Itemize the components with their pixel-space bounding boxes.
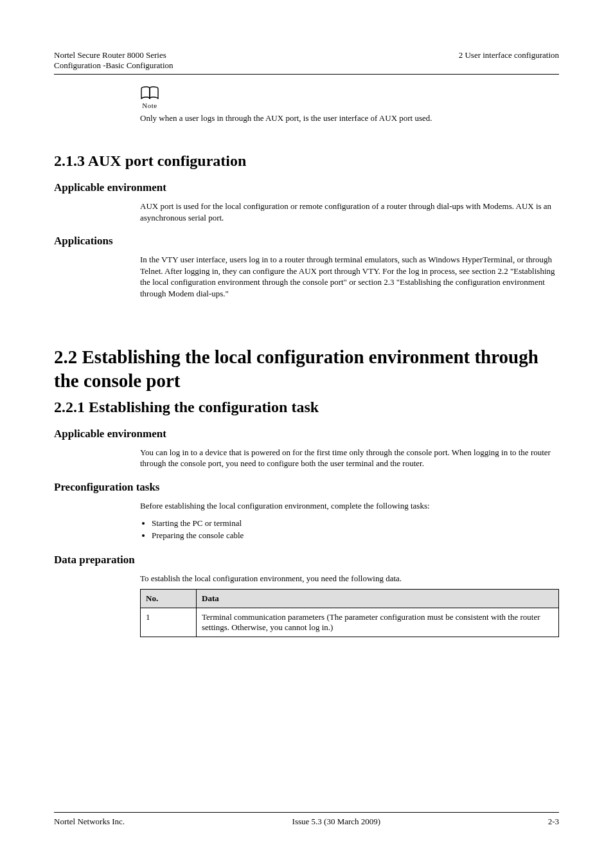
page-footer: Nortel Networks Inc. Issue 5.3 (30 March…: [54, 812, 559, 827]
note-label: Note: [140, 102, 159, 109]
col-header-data: Data: [197, 590, 559, 608]
footer-left: Nortel Networks Inc.: [54, 817, 125, 827]
text-221-pre-intro: Before establishing the local configurat…: [140, 500, 559, 512]
table-row: 1 Terminal communication parameters (The…: [141, 608, 559, 637]
heading-22: 2.2 Establishing the local configuration…: [54, 345, 559, 392]
header-left-line2: Configuration -Basic Configuration: [54, 60, 173, 71]
col-header-no: No.: [141, 590, 197, 608]
preconfig-list: Starting the PC or terminal Preparing th…: [140, 517, 559, 542]
heading-221-data: Data preparation: [54, 554, 559, 566]
text-221-data-intro: To establish the local configuration env…: [140, 573, 559, 584]
footer-right: 2-3: [548, 817, 559, 827]
header-left-line1: Nortel Secure Router 8000 Series: [54, 50, 173, 60]
note-block: Note Only when a user logs in through th…: [140, 86, 559, 124]
page-header: Nortel Secure Router 8000 Series Configu…: [54, 50, 559, 75]
heading-221-pre: Preconfiguration tasks: [54, 481, 559, 494]
heading-213: 2.1.3 AUX port configuration: [54, 152, 559, 170]
cell-data: Terminal communication parameters (The p…: [197, 608, 559, 637]
header-right-line2: 2 User interface configuration: [459, 50, 559, 60]
text-213-env: AUX port is used for the local configura…: [140, 201, 559, 223]
list-item: Preparing the console cable: [152, 529, 559, 542]
footer-center: Issue 5.3 (30 March 2009): [125, 817, 548, 827]
heading-221: 2.2.1 Establishing the configuration tas…: [54, 399, 559, 416]
heading-213-env: Applicable environment: [54, 181, 559, 194]
text-221-env: You can log in to a device that is power…: [140, 447, 559, 469]
book-icon: Note: [140, 86, 159, 109]
footer-rule: [54, 812, 559, 813]
cell-no: 1: [141, 608, 197, 637]
note-text: Only when a user logs in through the AUX…: [140, 113, 559, 124]
text-213-app: In the VTY user interface, users log in …: [140, 254, 559, 299]
list-item: Starting the PC or terminal: [152, 517, 559, 530]
heading-221-env: Applicable environment: [54, 428, 559, 440]
data-prep-table: No. Data 1 Terminal communication parame…: [140, 589, 559, 637]
heading-213-app: Applications: [54, 235, 559, 248]
header-rule: [54, 74, 559, 75]
table-header-row: No. Data: [141, 590, 559, 608]
